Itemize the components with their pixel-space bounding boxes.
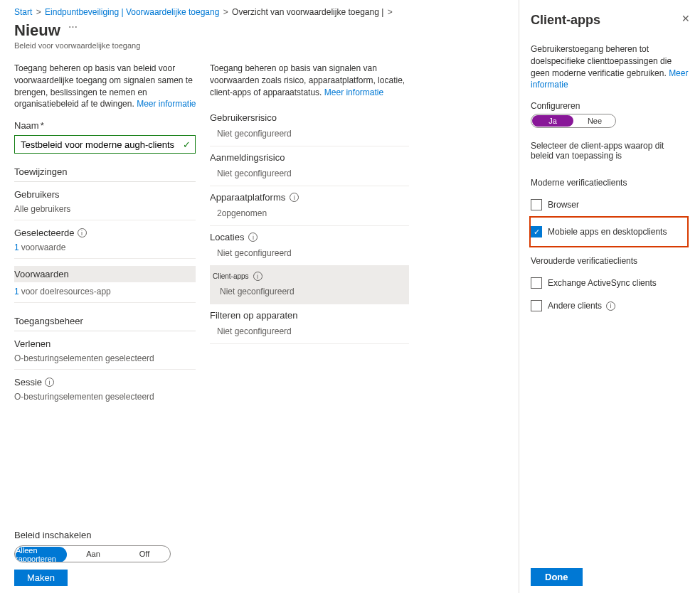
opt-on[interactable]: Aan xyxy=(68,546,119,562)
more-info-link[interactable]: Meer informatie xyxy=(137,99,196,109)
checkmark-icon: ✓ xyxy=(183,139,191,150)
subtitle: Beleid voor voorwaardelijke toegang xyxy=(14,41,519,50)
checkbox-icon xyxy=(531,199,542,210)
close-icon[interactable]: ✕ xyxy=(682,13,690,24)
block-label: Locatiesi xyxy=(210,232,409,242)
block-value: 2opgenomen xyxy=(210,208,409,218)
checkbox-checked-icon: ✓ xyxy=(531,226,542,237)
select-text: Selecteer de client-apps waarop dit bele… xyxy=(531,141,689,161)
opt-report-only[interactable]: Alleen rapporteren xyxy=(16,547,67,562)
breadcrumb: Start > Eindpuntbeveiliging | Voorwaarde… xyxy=(14,7,519,17)
assignments-head: Toewijzingen xyxy=(14,166,196,182)
breadcrumb-current: Overzicht van voorwaardelijke toegang | xyxy=(232,7,383,17)
block-label: Client-appsi xyxy=(213,272,406,281)
block-value: Niet geconfigureerd xyxy=(210,326,409,336)
session-value: O-besturingselementen geselecteerd xyxy=(14,392,196,407)
more-menu-icon[interactable]: ⋯ xyxy=(68,21,78,32)
create-button[interactable]: Maken xyxy=(14,570,68,586)
cb-browser[interactable]: Browser xyxy=(531,199,689,210)
block-value: Niet geconfigureerd xyxy=(210,248,409,258)
block-label: Apparaatplatformsi xyxy=(210,192,409,203)
breadcrumb-home[interactable]: Start xyxy=(14,7,32,17)
block-label: Filteren op apparaten xyxy=(210,310,409,321)
block-label: Gebruikersrisico xyxy=(210,112,409,123)
more-info-link-2[interactable]: Meer informatie xyxy=(324,87,383,97)
block-aanmeldingsrisico[interactable]: AanmeldingsrisicoNiet geconfigureerd xyxy=(210,146,409,186)
grant-value: O-besturingselementen geselecteerd xyxy=(14,353,196,370)
users-label[interactable]: Gebruikers xyxy=(14,189,210,200)
cb-mobile-desktop[interactable]: ✓Mobiele apps en desktopclients xyxy=(531,226,683,237)
col1-description: Toegang beheren op basis van beleid voor… xyxy=(14,63,210,110)
enable-policy-label: Beleid inschakelen xyxy=(14,530,519,540)
block-client-apps[interactable]: Client-appsiNiet geconfigureerd xyxy=(210,266,409,304)
info-icon[interactable]: i xyxy=(248,233,258,242)
info-icon[interactable]: i xyxy=(78,228,87,237)
block-filteren-op-apparaten[interactable]: Filteren op apparatenNiet geconfigureerd xyxy=(210,304,409,344)
users-value: Alle gebruikers xyxy=(14,204,196,220)
name-label: Naam xyxy=(14,120,210,131)
info-icon[interactable]: i xyxy=(290,193,299,202)
block-label: Aanmeldingsrisico xyxy=(210,152,409,163)
info-icon[interactable]: i xyxy=(45,378,54,387)
configure-label: Configureren xyxy=(531,101,689,111)
cb-other[interactable]: Andere clientsi xyxy=(531,300,689,311)
conditions-value: 1voor doelresources-app xyxy=(14,287,196,303)
selected-label[interactable]: Geselecteerdei xyxy=(14,228,210,238)
name-input[interactable] xyxy=(19,139,183,151)
block-locaties[interactable]: LocatiesiNiet geconfigureerd xyxy=(210,226,409,266)
block-value: Niet geconfigureerd xyxy=(213,287,406,296)
block-apparaatplatforms[interactable]: Apparaatplatformsi2opgenomen xyxy=(210,186,409,226)
info-icon[interactable]: i xyxy=(606,301,615,311)
page-title: Nieuw xyxy=(14,21,60,40)
block-gebruikersrisico[interactable]: GebruikersrisicoNiet geconfigureerd xyxy=(210,107,409,146)
modern-clients-label: Moderne verificatieclients xyxy=(531,178,689,188)
session-label[interactable]: Sessiei xyxy=(14,377,210,388)
done-button[interactable]: Done xyxy=(531,568,583,586)
grant-label[interactable]: Verlenen xyxy=(14,338,210,349)
legacy-clients-label: Verouderde verificatieclients xyxy=(531,256,689,266)
configure-toggle[interactable]: Ja Nee xyxy=(531,114,616,128)
selected-value: 1voorwaarde xyxy=(14,242,196,259)
panel-description: Gebruikerstoegang beheren tot doelspecif… xyxy=(531,43,689,91)
panel-title: Client-apps xyxy=(531,13,689,28)
col2-description: Toegang beheren op basis van signalen va… xyxy=(210,63,405,98)
toggle-yes[interactable]: Ja xyxy=(532,115,573,127)
access-head: Toegangsbeheer xyxy=(14,316,196,331)
conditions-label[interactable]: Voorwaarden xyxy=(14,266,196,282)
opt-off[interactable]: Off xyxy=(119,546,170,562)
breadcrumb-endpoint[interactable]: Eindpuntbeveiliging | Voorwaardelijke to… xyxy=(45,7,219,17)
name-input-wrap: ✓ xyxy=(14,135,196,154)
info-icon[interactable]: i xyxy=(253,272,262,281)
toggle-no[interactable]: Nee xyxy=(574,114,615,127)
enable-policy-toggle[interactable]: Alleen rapporteren Aan Off xyxy=(14,545,171,562)
checkbox-icon xyxy=(531,277,542,289)
block-value: Niet geconfigureerd xyxy=(210,129,409,139)
block-value: Niet geconfigureerd xyxy=(210,169,409,178)
checkbox-icon xyxy=(531,300,542,311)
cb-activesync[interactable]: Exchange ActiveSync clients xyxy=(531,277,689,289)
